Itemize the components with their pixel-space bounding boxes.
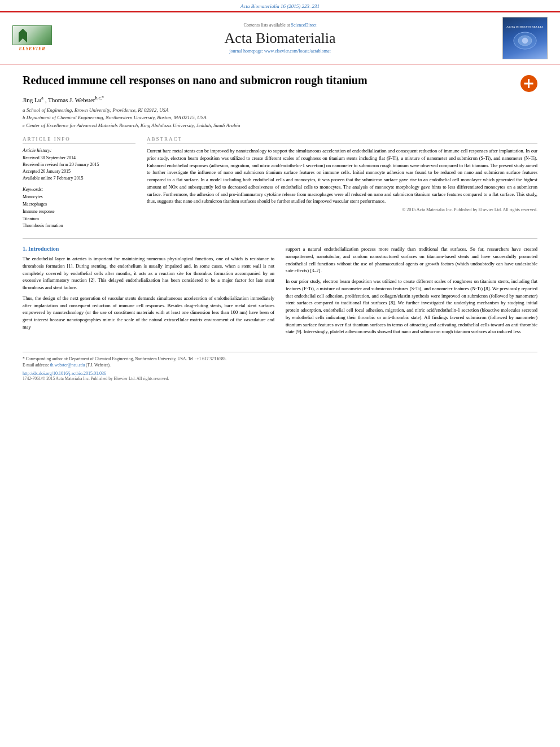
intro-paragraph-4: In our prior study, electron beam deposi… (286, 278, 537, 335)
contents-text: Contents lists available at (244, 23, 290, 28)
keyword-3: Immune response (23, 208, 135, 216)
contents-line: Contents lists available at ScienceDirec… (63, 23, 497, 28)
crossmark-icon[interactable] (520, 75, 537, 92)
footer-divider (23, 352, 537, 352)
journal-cover-graphic (508, 29, 542, 52)
history-accepted: Accepted 26 January 2015 (23, 168, 135, 175)
journal-title: Acta Biomaterialia (63, 30, 497, 47)
doi-link[interactable]: http://dx.doi.org/10.1016/j.actbio.2015.… (23, 371, 537, 376)
body-col-right: support a natural endothelialization pro… (286, 246, 537, 339)
issn-line: 1742-7061/© 2015 Acta Materialia Inc. Pu… (23, 376, 537, 381)
intro-paragraph-3: support a natural endothelialization pro… (286, 246, 537, 274)
authors-line: Jing Lua , Thomas J. Websterb,c,* (23, 95, 537, 103)
body-text-section: 1. Introduction The endothelial layer in… (23, 246, 537, 339)
keyword-4: Titanium (23, 216, 135, 223)
article-history-section: Article history: Received 30 September 2… (23, 147, 135, 182)
footer-area: * Corresponding author at: Department of… (0, 352, 560, 390)
journal-citation: Acta Biomaterialia 16 (2015) 223–231 (0, 0, 560, 11)
section-divider (23, 238, 537, 239)
journal-cover-image: ACTA BIOMATERIALIA (502, 17, 548, 59)
journal-header-center: Contents lists available at ScienceDirec… (63, 23, 497, 54)
article-title: Reduced immune cell responses on nano an… (23, 73, 516, 88)
journal-header-right: ACTA BIOMATERIALIA (502, 17, 553, 59)
affiliation-b: b Department of Chemical Engineering, No… (23, 114, 537, 122)
author2-sup: b,c,* (95, 95, 104, 101)
footnote-email: E-mail address: th.webster@neu.edu (T.J.… (23, 362, 537, 368)
journal-citation-text: Acta Biomaterialia 16 (2015) 223–231 (240, 3, 320, 9)
author1-name: Jing Lua (23, 97, 45, 103)
section-1-title: 1. Introduction (23, 246, 274, 252)
abstract-text: Current bare metal stents can be improve… (147, 147, 537, 205)
elsevier-logo-image (12, 25, 52, 45)
keywords-section: Keywords: Monocytes Macrophages Immune r… (23, 186, 135, 230)
info-abstract-section: ARTICLE INFO Article history: Received 3… (23, 136, 537, 230)
keywords-title: Keywords: (23, 186, 135, 192)
email-link[interactable]: th.webster@neu.edu (50, 362, 85, 368)
article-info-column: ARTICLE INFO Article history: Received 3… (23, 136, 135, 230)
abstract-column: ABSTRACT Current bare metal stents can b… (147, 136, 537, 230)
intro-paragraph-1: The endothelial layer in arteries is imp… (23, 255, 274, 291)
intro-paragraph-2: Thus, the design of the next generation … (23, 295, 274, 331)
history-online: Available online 7 February 2015 (23, 175, 135, 182)
history-revised: Received in revised form 20 January 2015 (23, 161, 135, 168)
article-area: Reduced immune cell responses on nano an… (0, 64, 560, 347)
keyword-1: Monocytes (23, 194, 135, 201)
article-history-title: Article history: (23, 147, 135, 153)
affiliations: a School of Engineering, Brown Universit… (23, 107, 537, 130)
abstract-header: ABSTRACT (147, 136, 537, 144)
history-received: Received 30 September 2014 (23, 155, 135, 161)
footnote-corresponding: * Corresponding author at: Department of… (23, 356, 537, 362)
elsevier-logo: ELSEVIER (12, 25, 52, 51)
journal-cover-label: ACTA BIOMATERIALIA (505, 24, 545, 29)
journal-homepage: journal homepage: www.elsevier.com/locat… (63, 49, 497, 54)
keyword-2: Macrophages (23, 201, 135, 208)
elsevier-label: ELSEVIER (19, 46, 45, 51)
affiliation-a: a School of Engineering, Brown Universit… (23, 107, 537, 115)
affiliation-c: c Center of Excellence for Advanced Mate… (23, 122, 537, 130)
body-col-left: 1. Introduction The endothelial layer in… (23, 246, 274, 339)
article-info-header: ARTICLE INFO (23, 136, 135, 144)
page: Acta Biomaterialia 16 (2015) 223–231 ELS… (0, 0, 560, 747)
author2-name: , Thomas J. Websterb,c,* (45, 97, 104, 103)
homepage-text: journal homepage: (229, 49, 263, 54)
science-direct-link[interactable]: ScienceDirect (291, 23, 317, 28)
journal-header-left: ELSEVIER (7, 25, 58, 51)
journal-header: ELSEVIER Contents lists available at Sci… (0, 11, 560, 64)
author1-sup: a (41, 95, 43, 101)
copyright-line: © 2015 Acta Materialia Inc. Published by… (147, 207, 537, 212)
homepage-url[interactable]: www.elsevier.com/locate/actabiomat (264, 49, 331, 54)
svg-point-2 (522, 38, 528, 43)
keyword-5: Thrombosis formation (23, 222, 135, 230)
title-row: Reduced immune cell responses on nano an… (23, 73, 537, 92)
